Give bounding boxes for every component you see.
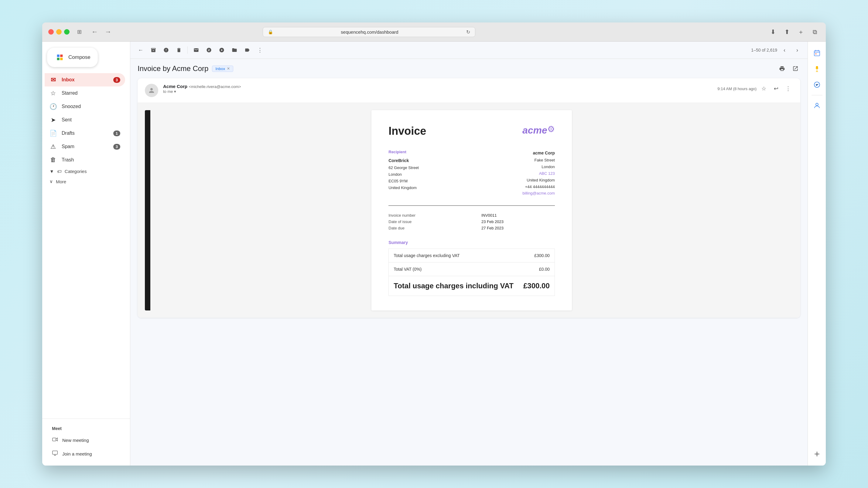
back-to-list-button[interactable]: ← <box>135 44 146 56</box>
spam-icon: ⚠ <box>50 143 57 150</box>
categories-label: Categories <box>65 169 87 174</box>
mark-unread-button[interactable] <box>191 44 202 56</box>
minimize-button[interactable] <box>56 29 62 35</box>
new-meeting-item[interactable]: New meeting <box>47 433 125 447</box>
delete-button[interactable] <box>174 44 184 56</box>
more-actions-button[interactable]: ⋮ <box>254 44 266 56</box>
snooze-button[interactable] <box>204 44 214 56</box>
tasks-app-button[interactable] <box>810 78 824 91</box>
recipient-name: CoreBrick <box>389 158 409 163</box>
keep-app-button[interactable] <box>810 62 824 75</box>
sidebar-item-spam[interactable]: ⚠ Spam 3 <box>44 140 125 153</box>
maximize-button[interactable] <box>64 29 69 35</box>
next-page-button[interactable]: › <box>792 44 803 56</box>
back-button[interactable]: ← <box>89 27 100 37</box>
clock-icon: 🕐 <box>50 103 57 110</box>
calendar-app-button[interactable] <box>810 46 824 60</box>
sidebar-item-label: Snoozed <box>62 104 120 109</box>
inbox-label-text: Inbox <box>215 66 225 71</box>
line3-value: £300.00 <box>519 276 555 296</box>
sidebar-item-inbox[interactable]: ✉ Inbox 3 <box>44 73 125 87</box>
invoice-title: Invoice <box>389 125 426 137</box>
invoice-recipient: Recipient CoreBrick 62 George Street Lon… <box>389 150 419 196</box>
sender-email[interactable]: billing@acme.com <box>522 191 555 195</box>
line2-label: Total VAT (0%) <box>389 262 519 276</box>
line1-label: Total usage charges excluding VAT <box>389 249 519 262</box>
categories-section[interactable]: ▼ 🏷 Categories <box>42 166 130 176</box>
contacts-app-button[interactable] <box>810 99 824 112</box>
email-thread: Acme Corp <michelle.rivera@acme.com> to … <box>137 78 800 318</box>
close-button[interactable] <box>48 29 54 35</box>
sidebar-item-snoozed[interactable]: 🕐 Snoozed <box>44 100 125 113</box>
sidebar-item-label: Starred <box>62 91 120 96</box>
open-new-window-button[interactable] <box>790 64 800 73</box>
recipient-country: United Kingdom <box>389 185 419 191</box>
sidebar-item-label: Sent <box>62 117 120 123</box>
star-email-button[interactable]: ☆ <box>759 84 769 94</box>
line3-label: Total usage charges including VAT <box>389 276 519 296</box>
move-button[interactable] <box>229 44 240 56</box>
acme-logo-text: acme <box>522 125 547 136</box>
email-header: Invoice by Acme Corp Inbox ✕ <box>137 64 800 73</box>
date-due-label: Date due <box>389 226 467 230</box>
invoice-number-label: Invoice number <box>389 213 467 218</box>
from-email: <michelle.rivera@acme.com> <box>189 85 241 89</box>
draft-icon: 📄 <box>50 130 57 137</box>
invoice-document: Invoice acme ⚙ Recipient <box>371 110 572 311</box>
email-meta: Acme Corp <michelle.rivera@acme.com> to … <box>137 78 800 103</box>
browser-chrome: ⊞ ← → 🔒 sequencehq.com/dashboard ↻ ⬇ ⬆ ＋… <box>42 23 826 41</box>
share-button[interactable]: ⬆ <box>782 27 792 37</box>
sidebar-item-label: Trash <box>62 157 120 163</box>
add-app-button[interactable] <box>810 447 824 461</box>
task-button[interactable] <box>216 44 227 56</box>
join-meeting-item[interactable]: Join a meeting <box>47 447 125 461</box>
download-button[interactable]: ⬇ <box>768 27 778 37</box>
svg-rect-1 <box>53 451 58 455</box>
sidebar-item-label: Inbox <box>62 77 108 83</box>
prev-page-button[interactable]: ‹ <box>779 44 790 56</box>
sidebar-item-sent[interactable]: ➤ Sent <box>44 113 125 127</box>
line2-value: £0.00 <box>519 262 555 276</box>
compose-button[interactable]: Compose <box>47 47 98 67</box>
pagination-text: 1–50 of 2,619 <box>751 47 777 53</box>
label-button[interactable] <box>242 44 253 56</box>
summary-title: Summary <box>389 240 555 245</box>
sidebar-item-starred[interactable]: ☆ Starred <box>44 87 125 100</box>
categories-icon: 🏷 <box>57 169 62 174</box>
inbox-label-tag: Inbox ✕ <box>212 66 233 72</box>
sidebar-item-label: Drafts <box>62 130 108 136</box>
compose-plus-icon <box>54 52 65 63</box>
toolbar-divider <box>187 46 188 54</box>
invoice-row-2: Total VAT (0%) £0.00 <box>389 262 555 276</box>
more-label: More <box>56 179 66 184</box>
spam-button[interactable] <box>161 44 172 56</box>
email-subject: Invoice by Acme Corp <box>137 64 208 73</box>
nav-buttons: ← → <box>89 27 114 37</box>
sidebar-item-trash[interactable]: 🗑 Trash <box>44 153 125 166</box>
sidebar-item-drafts[interactable]: 📄 Drafts 1 <box>44 127 125 140</box>
forward-button[interactable]: → <box>102 27 114 37</box>
invoice-frame: Invoice acme ⚙ Recipient <box>137 103 800 318</box>
new-tab-button[interactable]: ＋ <box>796 27 806 37</box>
print-button[interactable] <box>777 64 787 73</box>
reload-button[interactable]: ↻ <box>466 29 470 35</box>
address-bar[interactable]: 🔒 sequencehq.com/dashboard ↻ <box>263 27 475 37</box>
sender-avatar <box>145 84 158 97</box>
archive-button[interactable] <box>148 44 159 56</box>
invoice-row-1: Total usage charges excluding VAT £300.0… <box>389 249 555 262</box>
remove-label-button[interactable]: ✕ <box>227 66 230 71</box>
sidebar: Compose ✉ Inbox 3 ☆ Starred 🕐 Snoozed <box>42 41 130 465</box>
invoice-details: Invoice number INV0011 Date of issue 23 … <box>389 213 555 230</box>
right-sidebar <box>808 41 826 465</box>
email-to[interactable]: to me ▾ <box>163 89 713 94</box>
invoice-table: Total usage charges excluding VAT £300.0… <box>389 249 555 296</box>
recipient-label: Recipient <box>389 150 419 154</box>
toolbar: ← <box>130 41 808 59</box>
reply-button[interactable]: ↩ <box>771 84 781 94</box>
video-icon <box>52 436 58 444</box>
more-section[interactable]: ∨ More <box>42 176 130 187</box>
sidebar-toggle-button[interactable]: ⊞ <box>74 28 84 36</box>
more-email-actions-button[interactable]: ⋮ <box>783 84 793 94</box>
join-meeting-label: Join a meeting <box>62 451 92 456</box>
tab-overview-button[interactable]: ⧉ <box>810 27 820 37</box>
